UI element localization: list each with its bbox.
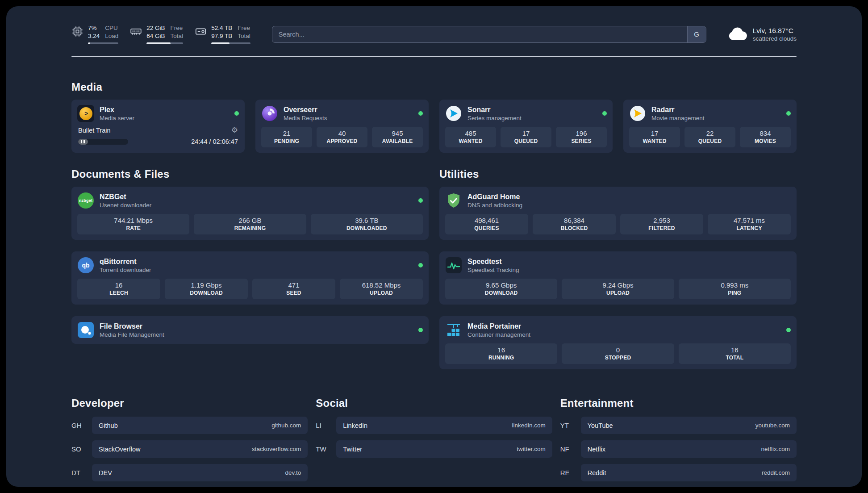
stat-value: 0 [563,346,672,354]
nzbget-card[interactable]: nzbget NZBGet Usenet downloader 744.21 M… [71,187,429,240]
disk-widget: 52.4 TB 97.9 TB Free Total [195,24,250,44]
search-provider-button[interactable]: G [687,26,706,42]
stat-tile: 16 TOTAL [679,343,791,364]
stat-tile: 16 LEECH [77,279,160,299]
stat-value: 9.24 Gbps [563,281,672,289]
radarr-card[interactable]: Radarr Movie management 17 WANTED 22 QUE… [623,100,797,153]
bookmark-abbr: YT [560,422,581,429]
bookmark-name: DEV [99,469,112,476]
stat-tile: 17 WANTED [629,127,680,147]
service-subtitle: Torrent downloader [100,267,151,273]
stat-label: PING [680,290,789,296]
stat-label: QUERIES [447,225,526,231]
stat-value: 39.6 TB [313,217,421,224]
stat-tile: 9.65 Gbps DOWNLOAD [445,279,557,299]
qbittorrent-card[interactable]: qb qBittorrent Torrent downloader 16 LEE… [71,251,429,305]
bookmark-twitter[interactable]: TW Twitter twitter.com [316,440,552,458]
status-dot [418,263,423,267]
stat-label: MOVIES [742,138,789,144]
stat-tile: 17 QUEUED [501,127,551,147]
bookmark-dev[interactable]: DT DEV dev.to [71,464,308,481]
stat-tile: 47.571 ms LATENCY [708,214,791,234]
service-name: Speedtest [467,258,519,266]
bookmark-reddit[interactable]: RE Reddit reddit.com [560,464,797,481]
stat-value: 618.52 Mbps [342,281,421,289]
topbar: 7% 3.24 CPU Load [71,24,797,44]
stat-label: REMAINING [196,225,304,231]
adguard-card[interactable]: AdGuard Home DNS and adblocking 498,461 … [439,187,797,240]
stat-tile: 16 RUNNING [445,343,557,364]
bookmarks-area: Developer GH Github github.com SO StackO… [71,397,797,487]
stat-label: TOTAL [680,355,789,361]
bookmark-netflix[interactable]: NF Netflix netflix.com [560,440,797,458]
service-name: Radarr [651,106,705,114]
status-dot [418,328,423,332]
cpu-widget: 7% 3.24 CPU Load [71,24,118,44]
service-name: AdGuard Home [467,193,522,201]
stat-label: STOPPED [563,355,672,361]
bookmark-url: linkedin.com [512,422,546,429]
bookmark-name: Netflix [588,446,605,453]
speedtest-icon [445,257,462,274]
stat-value: 40 [318,130,366,137]
stat-value: 196 [558,130,605,137]
bookmark-stackoverflow[interactable]: SO StackOverflow stackoverflow.com [71,440,308,458]
dashboard-window: 7% 3.24 CPU Load [6,6,862,487]
bookmark-abbr: LI [316,422,336,429]
bookmark-abbr: SO [71,445,92,453]
bookmark-linkedin[interactable]: LI LinkedIn linkedin.com [316,417,552,434]
bookmark-youtube[interactable]: YT YouTube youtube.com [560,417,797,434]
cpu-progressbar [88,42,118,44]
stat-value: 9.65 Gbps [447,281,555,289]
bookmark-github[interactable]: GH Github github.com [71,417,308,434]
service-subtitle: Container management [467,331,530,338]
plex-icon: > [77,105,94,122]
bookmark-abbr: GH [71,422,92,429]
playback-progressbar[interactable] [78,139,128,145]
stat-value: 1.19 Gbps [167,281,246,289]
bookmark-name: YouTube [588,422,613,429]
sonarr-icon [445,105,462,122]
speedtest-card[interactable]: Speedtest Speedtest Tracking 9.65 Gbps D… [439,251,797,305]
memory-label-top: Free [171,24,184,32]
cloud-icon [728,26,747,42]
stat-tile: 945 AVAILABLE [372,127,423,147]
stat-label: FILTERED [622,225,701,231]
bookmarks-entertainment: Entertainment YT YouTube youtube.com NF … [560,397,797,487]
bookmark-url: reddit.com [762,469,790,476]
playback-time: 24:44 / 02:06:47 [191,138,238,145]
overseerr-card[interactable]: Overseerr Media Requests 21 PENDING 40 A… [255,100,429,153]
documents-column: Documents & Files nzbget NZBGet Usenet d… [71,168,429,369]
settings-gear-icon[interactable]: ⚙ [231,126,238,134]
bookmarks-developer: Developer GH Github github.com SO StackO… [71,397,308,487]
stat-label: QUEUED [502,138,550,144]
portainer-card[interactable]: Media Portainer Container management 16 … [439,316,797,369]
stat-label: RATE [79,225,188,231]
memory-icon [130,25,142,44]
cpu-load-value: 3.24 [88,32,100,40]
service-subtitle: Series management [467,115,522,121]
cpu-icon [71,25,83,44]
service-name: Plex [100,106,134,114]
stat-tile: 471 SEED [252,279,335,299]
stat-value: 16 [79,281,159,289]
stat-label: WANTED [447,138,494,144]
bookmarks-social: Social LI LinkedIn linkedin.com TW Twitt… [316,397,552,487]
pause-icon[interactable] [81,140,85,143]
bookmark-url: netflix.com [761,446,790,452]
radarr-icon [629,105,646,122]
filebrowser-icon [77,322,94,338]
stat-label: BLOCKED [534,225,614,231]
plex-card[interactable]: > Plex Media server Bullet Train ⚙ 24:44… [71,100,245,153]
sonarr-card[interactable]: Sonarr Series management 485 WANTED 17 Q… [439,100,613,153]
stat-value: 266 GB [196,217,304,224]
memory-total-value: 64 GiB [146,32,165,40]
search-input[interactable] [272,26,706,43]
disk-label-bottom: Total [238,32,250,40]
stat-value: 744.21 Mbps [79,217,188,224]
stat-tile: 2,953 FILTERED [620,214,703,234]
filebrowser-card[interactable]: File Browser Media File Management [71,316,429,344]
bookmark-name: LinkedIn [343,422,367,429]
stat-value: 47.571 ms [709,217,789,224]
topbar-divider [71,56,797,57]
